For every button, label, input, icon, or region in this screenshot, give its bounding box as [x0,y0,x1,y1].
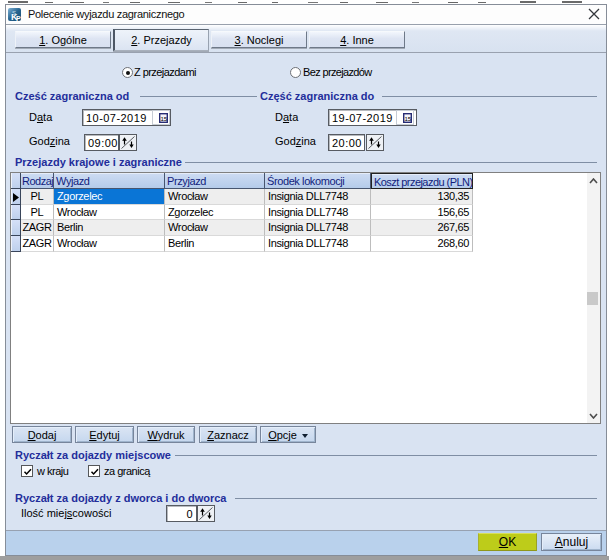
svg-text:15: 15 [404,116,411,122]
svg-text:P: P [16,15,21,21]
svg-text:15: 15 [160,116,167,122]
